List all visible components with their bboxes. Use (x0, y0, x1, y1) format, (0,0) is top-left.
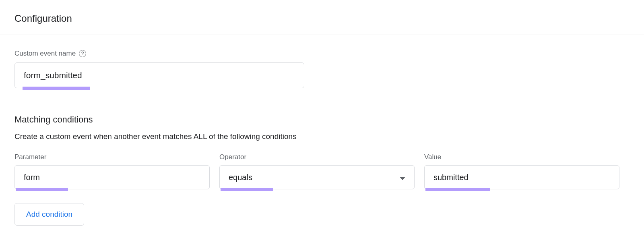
highlight-bar (425, 188, 490, 191)
event-name-label-text: Custom event name (14, 50, 76, 58)
svg-marker-0 (400, 177, 405, 180)
operator-select-wrapper: equals (219, 165, 415, 189)
event-name-input-wrapper (14, 62, 304, 88)
parameter-label: Parameter (14, 153, 210, 161)
highlight-bar (16, 188, 68, 191)
conditions-row: Parameter Operator equals Value (0, 141, 644, 189)
add-condition-button[interactable]: Add condition (14, 203, 84, 226)
parameter-input-wrapper (14, 165, 210, 189)
operator-select[interactable]: equals (219, 165, 415, 189)
chevron-down-icon (400, 173, 405, 182)
help-icon[interactable]: ? (79, 50, 86, 57)
value-input-wrapper (424, 165, 619, 189)
value-input[interactable] (424, 165, 619, 189)
operator-field: Operator equals (219, 153, 415, 189)
value-field: Value (424, 153, 619, 189)
operator-label: Operator (219, 153, 415, 161)
value-label: Value (424, 153, 619, 161)
matching-conditions-description: Create a custom event when another event… (0, 125, 644, 141)
parameter-input[interactable] (14, 165, 210, 189)
event-name-section: Custom event name ? (0, 35, 644, 88)
operator-select-value: equals (229, 173, 252, 182)
highlight-bar (221, 188, 273, 191)
event-name-label: Custom event name ? (14, 50, 630, 58)
page-title: Configuration (0, 0, 644, 35)
add-button-wrap: Add condition (0, 189, 644, 226)
matching-conditions-heading: Matching conditions (0, 103, 644, 125)
parameter-field: Parameter (14, 153, 210, 189)
highlight-bar (23, 87, 90, 90)
event-name-input[interactable] (14, 62, 304, 88)
